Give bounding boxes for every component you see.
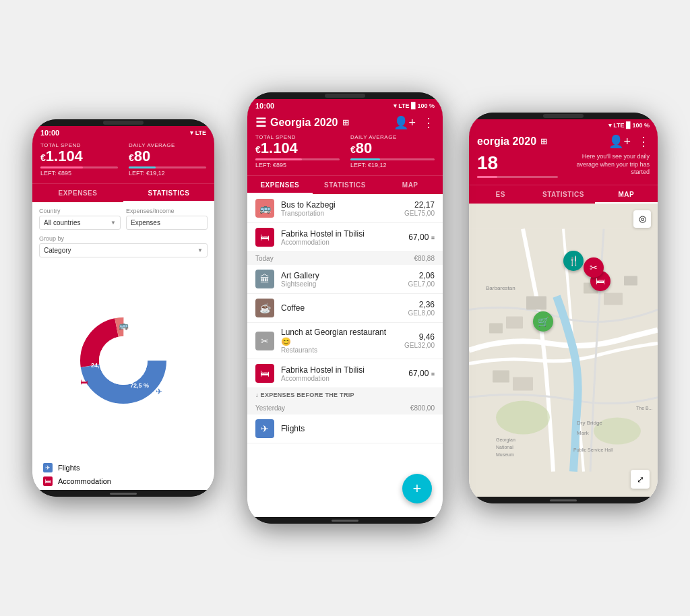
tab-bar-center[interactable]: EXPENSES STATISTICS MAP xyxy=(247,175,443,194)
lunch-details: Lunch at Georgian restaurant 😊 Restauran… xyxy=(281,328,398,354)
tab-map-center[interactable]: MAP xyxy=(377,176,443,194)
notch-bar-center xyxy=(247,92,443,99)
tab-statistics-right[interactable]: STATISTICS xyxy=(532,185,594,204)
svg-text:Public Service Hall: Public Service Hall xyxy=(573,447,613,452)
home-bar-left xyxy=(32,490,214,497)
lunch-icon: ✂ xyxy=(255,332,274,350)
grid-icon-center: ⊞ xyxy=(342,118,349,127)
header-left: TOTAL SPEND €1.104 LEFT: €895 DAILY AVER… xyxy=(32,138,214,183)
flights-icon: ✈ xyxy=(255,419,274,438)
before-trip-header: ↓ EXPENSES BEFORE THE TRIP xyxy=(247,388,443,402)
country-select[interactable]: All countries ▼ xyxy=(39,216,121,230)
pct-label-1: 3,3 % xyxy=(144,345,159,352)
svg-text:Dry Bridge: Dry Bridge xyxy=(577,419,602,425)
chart-top-icon: 🚌 xyxy=(119,320,129,330)
time-left: 10:00 xyxy=(40,129,59,137)
legend-flights: ✈ Flights xyxy=(43,463,203,472)
expense-select[interactable]: Expenses xyxy=(126,216,208,230)
svg-rect-10 xyxy=(513,377,533,390)
map-locate-button[interactable]: ◎ xyxy=(633,210,651,228)
expense-bus[interactable]: 🚌 Bus to Kazbegi Transportation 22,17 GE… xyxy=(247,194,443,223)
svg-rect-8 xyxy=(624,276,637,285)
more-icon-right[interactable]: ⋮ xyxy=(637,134,650,149)
tab-bar-left[interactable]: EXPENSES STATISTICS xyxy=(32,183,214,202)
hostel1-icon: 🛏 xyxy=(255,228,274,247)
daily-value-left: €80 xyxy=(129,148,206,164)
bus-details: Bus to Kazbegi Transportation xyxy=(281,200,398,217)
expense-lunch[interactable]: ✂ Lunch at Georgian restaurant 😊 Restaur… xyxy=(247,323,443,359)
donut-svg: 🚌 3,3 % 24,3 % 72,5 % ✈ 🛏 xyxy=(76,313,170,408)
status-icons-left: ▾ LTE xyxy=(190,129,206,136)
accom-icon-chart: 🛏 xyxy=(80,377,88,386)
menu-icon-center[interactable]: ☰ xyxy=(255,115,266,130)
status-bar-left: 10:00 ▾ LTE xyxy=(32,126,214,138)
chart-area: 🚌 3,3 % 24,3 % 72,5 % ✈ 🛏 xyxy=(32,261,214,459)
status-icons-center: ▾ LTE ▉ 100 % xyxy=(394,102,435,109)
tab-bar-right[interactable]: ES STATISTICS MAP xyxy=(469,185,658,204)
tab-expenses-left[interactable]: EXPENSES xyxy=(32,184,123,202)
map-pin-scissors[interactable]: ✂ xyxy=(584,257,604,278)
flight-icon-chart: ✈ xyxy=(156,387,162,396)
tab-statistics-left[interactable]: STATISTICS xyxy=(123,184,214,202)
add-person-icon-right[interactable]: 👤+ xyxy=(608,134,631,149)
expense-coffee[interactable]: ☕ Coffee 2,36 GEL8,00 xyxy=(247,294,443,323)
add-expense-fab[interactable]: + xyxy=(402,474,432,503)
gallery-icon: 🏛 xyxy=(255,270,274,288)
grid-icon-right: ⊞ xyxy=(540,137,547,146)
expense-gallery[interactable]: 🏛 Art Gallery Sightseeing 2,06 GEL7,00 xyxy=(247,265,443,294)
expense-hostel-1[interactable]: 🛏 Fabrika Hostel in Tbilisi Accommodatio… xyxy=(247,223,443,252)
map-pin-restaurant[interactable]: 🍴 xyxy=(563,251,584,271)
svg-text:Georgian: Georgian xyxy=(496,437,515,442)
svg-rect-4 xyxy=(506,316,523,328)
svg-rect-9 xyxy=(493,370,509,382)
total-spend-left: TOTAL SPEND €1.104 LEFT: €895 xyxy=(40,142,118,177)
header-top-center: ☰ Georgia 2020 ⊞ 👤+ ⋮ xyxy=(255,115,435,130)
coffee-amount: 2,36 GEL8,00 xyxy=(408,300,435,317)
phone-left: 10:00 ▾ LTE TOTAL SPEND €1.104 xyxy=(32,119,214,497)
wifi-icon-center: ▾ LTE ▉ 100 % xyxy=(394,102,435,109)
total-value-center: €1.104 xyxy=(255,140,340,156)
wifi-icon-left: ▾ xyxy=(190,129,193,136)
hostel2-icon: 🛏 xyxy=(255,364,274,383)
daily-avg-center: DAILY AVERAGE €80 LEFT: €19,12 xyxy=(350,134,435,168)
status-icons-right: ▾ LTE ▉ 100 % xyxy=(608,122,650,129)
status-bar-center: 10:00 ▾ LTE ▉ 100 % xyxy=(247,99,443,111)
coffee-details: Coffee xyxy=(281,303,402,313)
svg-text:The B...: The B... xyxy=(636,405,653,410)
expense-filter: Expenses/Income Expenses xyxy=(126,208,208,230)
legend-area: ✈ Flights 🛏 Accommodation xyxy=(32,459,214,490)
add-person-icon-center[interactable]: 👤+ xyxy=(394,115,416,130)
bus-icon: 🚌 xyxy=(255,199,274,218)
svg-text:National: National xyxy=(496,444,513,449)
group-arrow-icon: ▼ xyxy=(197,247,203,253)
map-container[interactable]: Barbarestan Dry Bridge Mark Public Servi… xyxy=(469,204,658,497)
yesterday-header: Yesterday €800,00 xyxy=(247,402,443,414)
more-icon-center[interactable]: ⋮ xyxy=(422,115,435,130)
coffee-icon: ☕ xyxy=(255,299,274,317)
signal-icon-left: LTE xyxy=(195,129,206,136)
legend-dot-accommodation: 🛏 xyxy=(43,476,53,486)
signal-icons-right: ▾ LTE ▉ 100 % xyxy=(608,122,650,129)
donut-hole xyxy=(99,336,148,385)
tab-statistics-center[interactable]: STATISTICS xyxy=(313,176,378,194)
svg-point-1 xyxy=(496,400,550,434)
time-center: 10:00 xyxy=(255,102,274,110)
total-bar-left xyxy=(40,166,118,168)
home-bar-right xyxy=(469,497,658,503)
map-expand-button[interactable]: ⤢ xyxy=(631,470,650,489)
tab-es-right[interactable]: ES xyxy=(469,185,532,204)
bus-amount: 22,17 GEL75,00 xyxy=(404,200,435,217)
expense-flights[interactable]: ✈ Flights xyxy=(247,414,443,443)
group-by-row: Group by Category ▼ xyxy=(32,233,214,261)
map-pin-shop[interactable]: 🛒 xyxy=(533,311,553,332)
svg-text:Mark: Mark xyxy=(577,429,590,435)
stats-content-left: Country All countries ▼ Expenses/Income … xyxy=(32,202,214,490)
tab-expenses-center[interactable]: EXPENSES xyxy=(247,176,313,194)
status-bar-right: ▾ LTE ▉ 100 % xyxy=(469,119,658,130)
tab-map-right[interactable]: MAP xyxy=(595,185,658,204)
expense-hostel-2[interactable]: 🛏 Fabrika Hostel in Tbilisi Accommodatio… xyxy=(247,359,443,388)
gallery-details: Art Gallery Sightseeing xyxy=(281,271,402,288)
pct-label-2: 24,3 % xyxy=(91,362,110,369)
group-select[interactable]: Category ▼ xyxy=(39,243,208,257)
hostel1-amount: 67,00 ≡ xyxy=(408,233,435,242)
